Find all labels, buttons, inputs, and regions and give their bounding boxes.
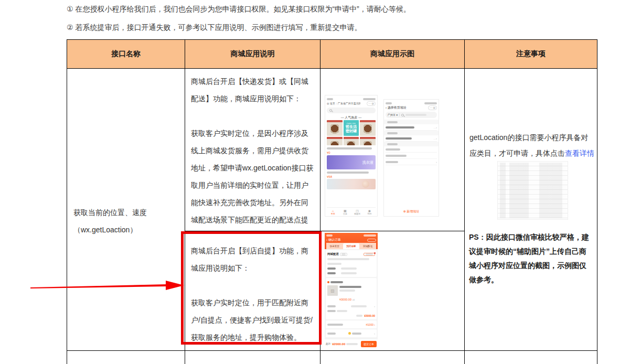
text-placeholder <box>327 172 369 174</box>
product-tile-jar <box>327 120 343 136</box>
placeholder-text <box>405 114 426 116</box>
address-line <box>327 261 375 266</box>
address-row: …› <box>386 135 437 142</box>
signal-placeholder <box>363 98 376 100</box>
shop-icon <box>327 281 329 283</box>
search-icon <box>401 114 404 116</box>
total-value: ¥2000.00 <box>332 342 345 346</box>
product-grid: ZHELIFE 哲生活 密封罐 <box>327 120 376 145</box>
home-icon: ⌂ <box>332 209 334 212</box>
tab-express-delivery: 快递发货 <box>326 244 343 249</box>
detergent-banner: 洗衣液 <box>327 155 376 169</box>
coupon-card: -¥1000 › <box>326 320 377 328</box>
chevron-right-icon: …› <box>433 137 437 140</box>
description-delivery-cell: 商城后台开启【快递发货】或【同城配送】功能，商城应用说明如下： 获取客户实时定位… <box>185 69 320 231</box>
tab-category: ▦分类 <box>339 209 351 215</box>
bottom-tab-bar: ⌂首页 ▦分类 ◳购物车 ◉我的 <box>327 207 376 216</box>
chevron-right-icon: › <box>374 332 375 335</box>
total-label: 总计: <box>326 342 331 345</box>
col-header-notes: 注意事项 <box>465 40 597 69</box>
remark-row <box>327 308 375 313</box>
delivery-desc-p1: 商城后台开启【快递发货】或【同城配送】功能，商城应用说明如下： <box>191 73 314 108</box>
order-header: ‹ 确认订单 快递发货 到店自提 同城配送 <box>325 233 378 249</box>
notes-lead-text: getLocation的接口需要小程序具备对应类目，才可申请，具体点击查看详情 <box>469 130 594 161</box>
signal-placeholder <box>424 102 437 104</box>
brand-text: ZHELIFE <box>347 123 356 125</box>
notes-cell: getLocation的接口需要小程序具备对应类目，才可申请，具体点击查看详情 … <box>465 69 597 351</box>
status-bar <box>327 97 376 101</box>
delivery-desc-p2: 获取客户实时定位，是因小程序涉及线上商城发货服务，需用户提供收货地址，希望申请w… <box>191 125 314 246</box>
location-row: ◎ 送至：广东省广州市荔湾区… ⋯ ◎ <box>327 101 376 106</box>
shipping-label: 同城配送 <box>327 252 339 256</box>
product-image: ▨ <box>327 285 338 296</box>
product-tile-jar <box>360 120 376 136</box>
tab-store-pickup: 到店自提 <box>343 243 360 249</box>
section-header <box>384 142 439 146</box>
product-title-line <box>327 146 376 151</box>
description-pickup-cell: 商城后台开启【到店自提】功能，商城应用说明如下： 获取客户实时定位，用于匹配附近… <box>185 231 320 351</box>
add-address-button: ⊕ 新增地址 <box>386 208 437 215</box>
address-row: …› <box>386 124 437 131</box>
time-placeholder <box>327 98 333 100</box>
item-card: ▨ ¥3000.00x1 › ¥3000.00 <box>326 278 377 319</box>
section-header <box>384 131 439 135</box>
intro-note-2: ② 若系统提审后，接口开通失败，可参考以下应用说明、示例图进行填写，重新提交申请… <box>67 23 361 33</box>
chevron-right-icon: › <box>374 305 375 308</box>
wechat-pay-icon <box>348 332 351 335</box>
paragraph-gap <box>191 108 314 125</box>
order-body: 同城配送 ▨ ¥30 <box>325 249 378 338</box>
api-name-text: 获取当前的位置、速度 <box>73 204 179 221</box>
view-details-link[interactable]: 查看详情 <box>565 149 594 157</box>
tab-city-delivery: 同城配送 <box>359 244 376 249</box>
menu-capsule-icon: ⋯ ◎ <box>367 101 376 106</box>
address-row: › <box>386 159 437 165</box>
status-bar <box>386 101 437 105</box>
order-title-row: ‹ 确认订单 <box>326 237 376 243</box>
search-bar <box>327 108 376 113</box>
shop-row <box>327 280 375 284</box>
tab-profile: ◉我的 <box>364 209 376 215</box>
store-switch-button <box>364 253 375 256</box>
cart-icon: ◳ <box>356 209 359 212</box>
api-name-cell: 获取当前的位置、速度 （wx.getLoaction） <box>67 69 185 351</box>
address-page-title: ‹ 选择收货地址 <box>386 105 407 110</box>
discount-value: -¥1000 › <box>365 323 375 326</box>
order-page-title: ‹ 确认订单 <box>326 238 341 242</box>
menu-capsule-icon <box>367 239 376 242</box>
pickup-desc-p2: 获取客户实时定位，用于匹配附近商户/自提点，便捷客户找到最近可提货/获取服务的地… <box>191 294 314 346</box>
time-placeholder <box>386 102 392 104</box>
api-permission-table: 接口名称 商城应用说明 商城应用示图 注意事项 获取当前的位置、速度 （wx.g… <box>67 39 597 364</box>
product-tile-jar <box>344 137 359 145</box>
product-title-line <box>327 170 376 175</box>
banner-text: 洗衣液 <box>362 160 373 165</box>
example-images-row1-cell: ◎ 送至：广东省广州市荔湾区… ⋯ ◎ — 人气热卖 — ZHELIFE 哲生活… <box>320 69 465 231</box>
address-row <box>386 153 437 159</box>
shipping-row: 同城配送 <box>327 252 375 256</box>
brand-line2: 密封罐 <box>346 129 357 133</box>
subtotal-value: ¥3000.00 <box>364 314 375 317</box>
payment-card: › <box>326 329 377 337</box>
pickup-desc-p1: 商城后台开启【到店自提】功能，商城应用说明如下： <box>191 242 314 277</box>
tab-cart: ◳购物车 <box>351 209 364 215</box>
receiver-row <box>327 266 375 271</box>
col-header-api-name: 接口名称 <box>67 40 185 69</box>
brand-line1: 哲生活 <box>346 125 357 129</box>
product-tile-jar <box>327 137 343 145</box>
col-header-app-description: 商城应用说明 <box>185 40 320 69</box>
fulfillment-tabs: 快递发货 到店自提 同城配送 <box>326 243 376 249</box>
col-header-app-example: 商城应用示图 <box>320 40 465 69</box>
invoice-row: › <box>327 304 375 308</box>
timing-pill <box>340 253 347 256</box>
screenshot-mall-home: ◎ 送至：广东省广州市荔湾区… ⋯ ◎ — 人气热卖 — ZHELIFE 哲生活… <box>325 95 378 217</box>
product-tile-jar <box>360 137 376 145</box>
item-row: ▨ ¥3000.00x1 <box>327 285 375 303</box>
product-price-1: ¥0 <box>327 151 376 155</box>
phone-row <box>327 271 375 275</box>
chevron-right-icon: › <box>436 160 437 164</box>
tab-home: ⌂首页 <box>327 209 339 215</box>
item-qty: x1 <box>352 298 355 301</box>
shipping-card: 同城配送 <box>326 250 377 277</box>
paragraph-gap <box>191 277 314 294</box>
empty-cell <box>67 351 185 364</box>
menu-capsule-icon: ⋯ ◎ <box>428 105 437 110</box>
